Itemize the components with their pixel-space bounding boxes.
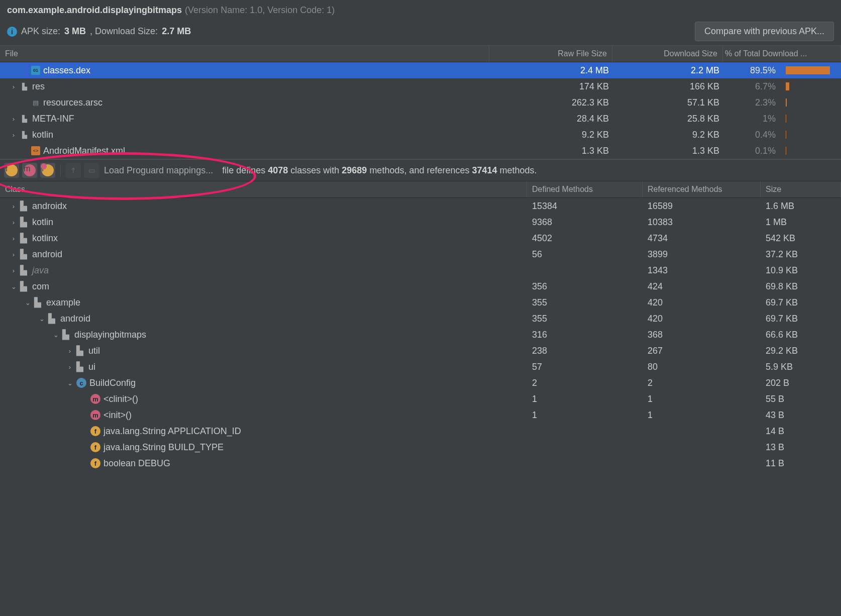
class-row[interactable]: ⌄▙com35642469.8 KB	[0, 278, 841, 294]
referenced-methods: 3899	[643, 249, 761, 260]
defined-methods: 356	[527, 281, 643, 292]
download-size: 9.2 KB	[614, 130, 724, 140]
class-name: ui	[88, 362, 95, 372]
referenced-methods: 2	[643, 378, 761, 388]
show-bytecode-button[interactable]: ▭	[84, 163, 99, 178]
expand-arrow-icon[interactable]: ›	[10, 219, 17, 226]
field-icon: f	[90, 458, 100, 468]
package-icon: ▙	[20, 217, 29, 228]
method-icon: m	[90, 394, 100, 404]
expand-arrow-icon[interactable]: ›	[66, 347, 73, 355]
file-row[interactable]: 01classes.dex2.4 MB2.2 MB89.5%	[0, 62, 841, 78]
class-name: java.lang.String APPLICATION_ID	[103, 426, 241, 437]
file-table-body: 01classes.dex2.4 MB2.2 MB89.5%›▙res174 K…	[0, 62, 841, 159]
expand-arrow-icon[interactable]: ⌄	[66, 379, 73, 387]
percent-bar	[781, 98, 841, 107]
filter-methods-button[interactable]: m	[22, 163, 37, 178]
col-download-size[interactable]: Download Size	[612, 46, 723, 62]
percent-value: 0.1%	[724, 146, 781, 156]
package-name: com.example.android.displayingbitmaps	[7, 5, 182, 16]
class-row[interactable]: ›▙kotlinx45024734542 KB	[0, 230, 841, 246]
apk-header: com.example.android.displayingbitmaps (V…	[0, 0, 841, 45]
class-row[interactable]: ›▙androidx15384165891.6 MB	[0, 198, 841, 214]
class-size: 542 KB	[761, 233, 841, 244]
raw-size: 9.2 KB	[491, 130, 614, 140]
class-row[interactable]: fjava.lang.String BUILD_TYPE13 B	[0, 439, 841, 455]
class-name: java	[32, 265, 49, 276]
expand-arrow-icon[interactable]: ⌄	[10, 283, 17, 290]
expand-arrow-icon[interactable]: ›	[10, 235, 17, 242]
expand-arrow-icon[interactable]: ⌄	[52, 331, 59, 339]
file-row[interactable]: ›▙META-INF28.4 KB25.8 KB1%	[0, 111, 841, 127]
dex-summary: file defines 4078 classes with 29689 met…	[222, 165, 537, 176]
percent-bar	[781, 147, 841, 155]
raw-size: 28.4 KB	[491, 114, 614, 124]
file-row[interactable]: ›▙res174 KB166 KB6.7%	[0, 78, 841, 94]
class-row[interactable]: ›▙ui57805.9 KB	[0, 359, 841, 375]
expand-arrow-icon[interactable]: ›	[66, 363, 73, 371]
referenced-methods: 420	[643, 314, 761, 324]
expand-arrow-icon[interactable]: ⌄	[24, 299, 31, 306]
col-file[interactable]: File	[0, 46, 489, 62]
class-row[interactable]: fboolean DEBUG11 B	[0, 455, 841, 471]
col-referenced-methods[interactable]: Referenced Methods	[643, 181, 761, 197]
download-size: 2.2 MB	[614, 65, 724, 76]
download-size: 25.8 KB	[614, 114, 724, 124]
referenced-methods: 1	[643, 410, 761, 421]
class-size: 69.7 KB	[761, 297, 841, 308]
folder-icon: ▙	[20, 114, 29, 123]
filter-all-button[interactable]: f	[40, 163, 55, 178]
col-defined-methods[interactable]: Defined Methods	[527, 181, 643, 197]
package-icon: ▙	[20, 200, 29, 212]
file-name: classes.dex	[43, 65, 90, 76]
class-row[interactable]: ›▙android56389937.2 KB	[0, 246, 841, 262]
class-row[interactable]: m<init>()1143 B	[0, 407, 841, 423]
expand-arrow-icon[interactable]: ⌄	[38, 315, 45, 323]
expand-arrow-icon[interactable]: ›	[10, 202, 17, 210]
col-size[interactable]: Size	[761, 181, 841, 197]
class-name: java.lang.String BUILD_TYPE	[103, 442, 224, 453]
class-row[interactable]: m<clinit>()1155 B	[0, 391, 841, 407]
expand-arrow-icon[interactable]: ›	[10, 131, 17, 139]
class-row[interactable]: ⌄▙android35542069.7 KB	[0, 311, 841, 327]
defined-methods: 2	[527, 378, 643, 388]
col-raw-size[interactable]: Raw File Size	[489, 46, 612, 62]
expand-arrow-icon[interactable]: ›	[10, 267, 17, 274]
folder-icon: ▙	[20, 82, 29, 91]
class-icon: c	[76, 378, 86, 388]
percent-value: 89.5%	[724, 65, 781, 76]
filter-fields-button[interactable]: f	[4, 163, 19, 178]
class-row[interactable]: ›▙util23826729.2 KB	[0, 343, 841, 359]
package-icon: ▙	[76, 345, 85, 356]
download-size: 57.1 KB	[614, 97, 724, 108]
class-row[interactable]: ›▙java134310.9 KB	[0, 262, 841, 278]
load-proguard-button[interactable]: Load Proguard mappings...	[104, 165, 213, 176]
folder-icon: ▙	[20, 130, 29, 139]
expand-arrow-icon[interactable]: ›	[10, 115, 17, 123]
class-row[interactable]: ⌄▙example35542069.7 KB	[0, 294, 841, 311]
expand-arrow-icon[interactable]: ›	[10, 251, 17, 258]
class-size: 14 B	[761, 426, 841, 437]
download-size: 166 KB	[614, 81, 724, 92]
class-size: 10.9 KB	[761, 265, 841, 276]
package-icon: ▙	[48, 313, 57, 324]
nav-up-button[interactable]: ⇡	[66, 163, 81, 178]
package-icon: ▙	[62, 329, 71, 340]
defined-methods: 57	[527, 362, 643, 372]
class-name: util	[88, 346, 100, 356]
class-name: com	[32, 281, 49, 292]
col-percent[interactable]: % of Total Download ...	[723, 46, 841, 62]
class-row[interactable]: ›▙kotlin9368103831 MB	[0, 214, 841, 230]
file-row[interactable]: ›▙kotlin9.2 KB9.2 KB0.4%	[0, 127, 841, 143]
file-row[interactable]: <>AndroidManifest.xml1.3 KB1.3 KB0.1%	[0, 143, 841, 159]
defined-methods: 238	[527, 346, 643, 356]
package-icon: ▙	[20, 249, 29, 260]
class-row[interactable]: fjava.lang.String APPLICATION_ID14 B	[0, 423, 841, 439]
class-row[interactable]: ⌄▙displayingbitmaps31636866.6 KB	[0, 327, 841, 343]
col-class[interactable]: Class	[0, 181, 527, 197]
apk-size-label: APK size:	[21, 26, 60, 37]
compare-apk-button[interactable]: Compare with previous APK...	[695, 22, 834, 41]
file-row[interactable]: ▤resources.arsc262.3 KB57.1 KB2.3%	[0, 94, 841, 111]
expand-arrow-icon[interactable]: ›	[10, 83, 17, 90]
class-row[interactable]: ⌄cBuildConfig22202 B	[0, 375, 841, 391]
